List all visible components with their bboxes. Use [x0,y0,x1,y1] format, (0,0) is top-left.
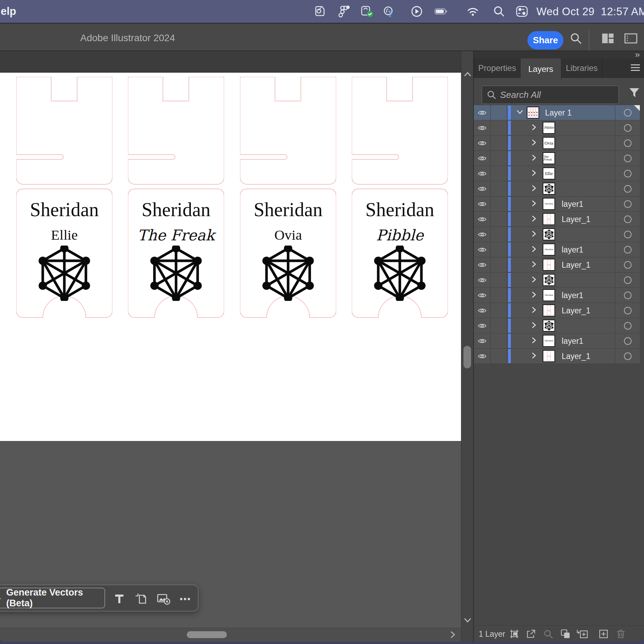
visibility-eye-icon[interactable] [474,257,491,272]
layer-row-main[interactable] [507,181,615,196]
layer-label[interactable]: Layer 1 [545,108,572,117]
chevron-down-icon[interactable] [516,109,524,116]
spotlight-search-icon[interactable] [493,5,506,18]
layer-label[interactable]: layer1 [562,245,583,254]
export-icon[interactable] [526,629,536,641]
layer-thumbnail[interactable] [543,228,555,240]
layer-thumbnail[interactable]: Sheridan [543,198,555,210]
artboard[interactable]: SheridanEllie SheridanThe Freak Sheridan… [0,73,461,441]
layer-label[interactable]: layer1 [562,199,583,209]
layer-row-main[interactable]: Layer_1 [507,303,615,318]
lock-cell[interactable] [491,288,507,303]
target-circle[interactable] [615,136,640,150]
visibility-eye-icon[interactable] [474,227,491,242]
layer-thumbnail[interactable] [527,107,539,119]
more-options-icon[interactable] [179,596,191,602]
chevron-right-icon[interactable] [531,169,537,178]
target-circle[interactable] [615,303,640,318]
lock-cell[interactable] [491,242,507,257]
layer-label[interactable]: Layer_1 [562,214,590,224]
layer-row-group[interactable] [474,273,640,288]
visibility-eye-icon[interactable] [474,196,491,211]
layer-row-group[interactable]: Ovia [474,136,640,151]
bookmark-design-ellie[interactable]: SheridanEllie [16,77,112,319]
lock-cell[interactable] [491,349,507,364]
layer-row-main[interactable]: Sheridanlayer1 [507,288,615,303]
collect-for-export-icon[interactable] [509,629,519,641]
target-circle[interactable] [615,318,640,333]
layer-thumbnail[interactable]: Sheridan [543,335,555,347]
layer-row-main[interactable]: Layer 1 [507,105,615,120]
chevron-right-icon[interactable] [531,154,537,163]
layer-row-main[interactable]: Pibble [507,120,615,135]
horizontal-scrollbar-thumb[interactable] [187,631,227,638]
lock-cell[interactable] [491,273,507,287]
layer-label[interactable]: layer1 [562,336,583,346]
clipping-mask-icon[interactable] [560,629,571,641]
chevron-right-icon[interactable] [531,200,537,209]
layer-row-group[interactable] [474,227,640,242]
lock-cell[interactable] [491,227,507,242]
lock-cell[interactable] [491,303,507,318]
layer-row-layer 1[interactable]: Layer 1 [474,105,640,120]
layer-row-layer1[interactable]: Sheridanlayer1 [474,288,640,303]
target-circle[interactable] [615,242,640,257]
workspace-switcher-icon[interactable] [601,32,615,46]
layer-row-layer_1[interactable]: Layer_1 [474,257,640,273]
generate-vectors-button[interactable]: Generate Vectors (Beta) [0,588,105,608]
chevron-right-icon[interactable] [531,306,537,315]
layer-label[interactable]: layer1 [562,291,583,300]
layer-row-main[interactable]: Layer_1 [507,212,615,227]
layer-row-group[interactable]: The Freak [474,151,640,166]
chevron-right-icon[interactable] [531,321,537,330]
photos-icon[interactable] [313,5,326,18]
wifi-icon[interactable] [466,5,479,18]
visibility-eye-icon[interactable] [474,273,491,287]
layer-thumbnail[interactable] [543,183,555,195]
target-circle[interactable] [615,333,640,348]
target-circle[interactable] [615,151,640,166]
layer-row-main[interactable]: Sheridanlayer1 [507,242,615,257]
visibility-eye-icon[interactable] [474,120,491,135]
layer-thumbnail[interactable]: Ellie [543,167,555,180]
tab-properties[interactable]: Properties [474,58,521,77]
lock-cell[interactable] [491,120,507,135]
layer-thumbnail[interactable]: Sheridan [543,289,555,301]
layer-row-main[interactable]: Ellie [507,166,615,181]
new-sublayer-icon[interactable] [576,629,589,641]
layer-row-layer1[interactable]: Sheridanlayer1 [474,242,640,257]
layer-label[interactable]: Layer_1 [562,260,590,269]
layer-row-main[interactable]: Layer_1 [507,257,615,272]
lock-cell[interactable] [491,318,507,333]
help-menu-fragment[interactable]: elp [1,5,16,18]
lock-cell[interactable] [491,196,507,211]
lock-cell[interactable] [491,212,507,227]
play-circle-icon[interactable] [410,5,423,18]
layer-thumbnail[interactable]: Ovia [543,137,555,149]
layer-thumbnail[interactable]: Sheridan [543,243,555,256]
lock-cell[interactable] [491,257,507,272]
layer-row-main[interactable]: Layer_1 [507,349,615,364]
layer-thumbnail[interactable] [543,213,555,225]
document-crop-icon[interactable] [135,593,147,607]
scroll-down-icon[interactable] [463,616,472,625]
layer-thumbnail[interactable] [543,274,555,286]
lock-cell[interactable] [491,333,507,348]
bookmark-design-ovia[interactable]: SheridanOvia [240,77,336,319]
layer-thumbnail[interactable] [543,259,555,271]
layer-row-layer1[interactable]: Sheridanlayer1 [474,333,640,349]
lock-cell[interactable] [491,136,507,150]
layer-row-layer_1[interactable]: Layer_1 [474,303,640,318]
chevron-right-icon[interactable] [531,215,537,224]
share-button[interactable]: Share [527,31,563,49]
layer-row-group[interactable]: Pibble [474,120,640,136]
filter-icon[interactable] [628,87,641,100]
layer-thumbnail[interactable] [543,350,555,362]
scroll-up-icon[interactable] [463,71,472,80]
layer-row-main[interactable] [507,318,615,333]
control-center-icon[interactable] [515,5,528,18]
visibility-eye-icon[interactable] [474,166,491,181]
tab-libraries[interactable]: Libraries [561,58,602,77]
horizontal-scrollbar[interactable] [0,628,461,642]
layer-thumbnail[interactable] [543,304,555,316]
